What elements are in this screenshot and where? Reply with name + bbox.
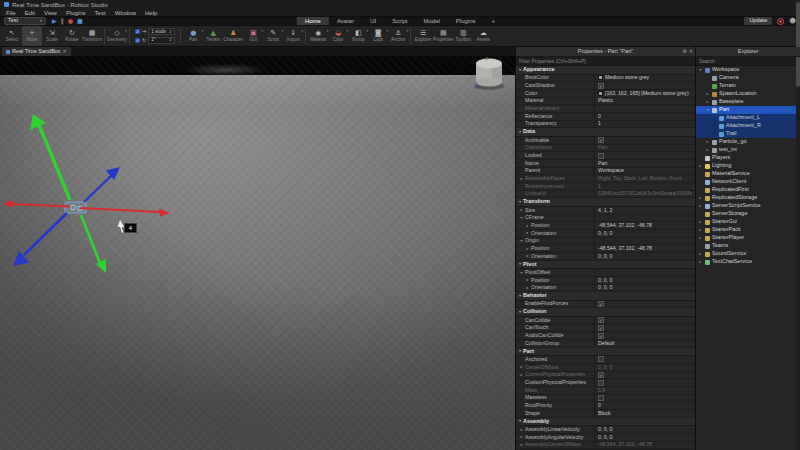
explorer-header[interactable]: Explorer (696, 47, 800, 57)
tab-model[interactable]: Model (416, 17, 448, 25)
snap-move-field[interactable]: 1 studs⇵ (148, 28, 175, 35)
tree-item-starterpack[interactable]: ▸StarterPack (696, 226, 800, 234)
checkbox[interactable]: ✓ (598, 372, 604, 378)
prop-value-cell[interactable]: -48.544, 37.102, -48.78 (594, 222, 695, 229)
terrain-button[interactable]: ▲Terrain (203, 26, 223, 46)
section-header-part[interactable]: ▾Part (516, 348, 695, 357)
tree-item-startergui[interactable]: ▸StarterGui (696, 218, 800, 226)
prop-value-cell[interactable]: 0 (594, 113, 695, 120)
caret-right-icon[interactable]: ▸ (525, 231, 530, 235)
play-button[interactable]: ▶ (52, 18, 57, 24)
snap-move-stepper[interactable]: ⇵ (169, 30, 172, 34)
checkbox[interactable]: ✓ (598, 333, 604, 339)
prop-value-cell[interactable]: 0, 0, 0 (594, 285, 695, 292)
prop-value-cell[interactable]: Right, Top, Back, Left, Bottom, Front (594, 175, 695, 182)
update-button[interactable]: Update (744, 17, 772, 26)
prop-value-cell[interactable]: 0, 0, 0 (594, 426, 695, 433)
character-button[interactable]: ♟Character (223, 26, 243, 46)
checkbox[interactable]: ✓ (598, 317, 604, 323)
prop-value-cell[interactable]: 0 (594, 402, 695, 409)
tree-item-teams[interactable]: Teams (696, 242, 800, 250)
snap-rotate-stepper[interactable]: ⇵ (169, 38, 172, 42)
prop-value-cell[interactable]: ✓ (594, 137, 695, 144)
prop-value-cell[interactable]: 5284f1ac0573f12d0b3c3b43eaaa00004c (594, 191, 695, 198)
menu-item-test[interactable]: Test (95, 10, 106, 16)
prop-value-cell[interactable] (594, 215, 695, 222)
prop-value-cell[interactable]: ✓ (594, 325, 695, 332)
prop-value-cell[interactable]: -48.544, 37.102, -48.78 (594, 245, 695, 252)
caret-down-icon[interactable]: ▾ (698, 68, 703, 72)
prop-value-cell[interactable] (594, 356, 695, 363)
prop-value-cell[interactable]: 1 (594, 121, 695, 128)
prop-value-cell[interactable]: Medium stone grey (594, 75, 695, 82)
prop-value-cell[interactable] (594, 105, 695, 112)
prop-value-cell[interactable]: ✓ (594, 372, 695, 379)
tree-item-replicatedstorage[interactable]: ▸ReplicatedStorage (696, 194, 800, 202)
transform-button[interactable]: ▦Transform (82, 26, 102, 46)
section-header-behavior[interactable]: ▾Behavior (516, 292, 695, 301)
user-account-icon[interactable]: ☻ (789, 18, 796, 25)
prop-value-cell[interactable]: Part (594, 160, 695, 167)
caret-right-icon[interactable]: ▸ (705, 148, 710, 152)
tab-item[interactable]: + (484, 17, 504, 25)
caret-right-icon[interactable]: ▸ (698, 260, 703, 264)
section-header-assembly[interactable]: ▾Assembly (516, 418, 695, 427)
tree-item-materialservice[interactable]: MaterialService (696, 170, 800, 178)
tree-item-serverscriptservice[interactable]: ▸ServerScriptService (696, 202, 800, 210)
tab-ui[interactable]: UI (362, 17, 384, 25)
caret-down-icon[interactable]: ▾ (705, 108, 710, 112)
prop-value-cell[interactable]: ✓ (594, 301, 695, 308)
prop-value-cell[interactable] (594, 269, 695, 276)
prop-value-cell[interactable]: 0, 0, 0 (594, 277, 695, 284)
toolbox-button[interactable]: ▥Toolbox (453, 26, 473, 46)
move-gizmo-y-axis[interactable] (30, 114, 106, 273)
record-indicator-icon[interactable] (777, 18, 784, 25)
checkbox[interactable] (598, 380, 604, 386)
geometry-button[interactable]: ◇Geometry▾ (107, 26, 127, 46)
prop-value-cell[interactable]: Block (594, 410, 695, 417)
tree-item-workspace[interactable]: ▾Workspace (696, 66, 800, 74)
caret-right-icon[interactable]: ▸ (698, 204, 703, 208)
checkbox[interactable] (598, 356, 604, 362)
prop-value-cell[interactable] (594, 238, 695, 245)
prop-value-cell[interactable]: 1 (594, 183, 695, 190)
section-header-appearance[interactable]: ▾Appearance (516, 66, 695, 75)
prop-value-cell[interactable]: ✓ (594, 82, 695, 89)
close-icon[interactable]: ✕ (689, 49, 693, 54)
close-icon[interactable]: ✕ (63, 49, 67, 54)
tree-item-replicatedfirst[interactable]: ReplicatedFirst (696, 186, 800, 194)
snap-rotate-field[interactable]: 1°⇵ (148, 37, 175, 44)
tab-avatar[interactable]: Avatar (329, 17, 362, 25)
prop-value-cell[interactable]: ✓ (594, 332, 695, 339)
select-button[interactable]: ↖Select (2, 26, 22, 46)
prop-value-cell[interactable]: 0, 0, 0 (594, 434, 695, 441)
prop-value-cell[interactable]: -48.544, 37.102, -48.78 (594, 442, 695, 449)
caret-right-icon[interactable]: ▸ (519, 428, 524, 432)
material-button[interactable]: ◉Material▾ (308, 26, 328, 46)
script-button[interactable]: ✎Script▾ (263, 26, 283, 46)
lock-button[interactable]: ◙Lock▾ (368, 26, 388, 46)
prop-value-cell[interactable]: ✓ (594, 317, 695, 324)
prop-value-cell[interactable]: Part (594, 145, 695, 152)
prop-value-cell[interactable]: Plastic (594, 98, 695, 105)
caret-down-icon[interactable]: ▾ (519, 239, 524, 243)
3d-viewport[interactable]: 4 (0, 57, 515, 450)
prop-value-cell[interactable]: 0, 0, 0 (594, 230, 695, 237)
prop-value-cell[interactable]: Default (594, 340, 695, 347)
tree-item-serverstorage[interactable]: ServerStorage (696, 210, 800, 218)
pause-button[interactable]: ‖ (61, 18, 64, 24)
prop-value-cell[interactable]: 5.6 (594, 387, 695, 394)
caret-right-icon[interactable]: ▸ (525, 224, 530, 228)
caret-right-icon[interactable]: ▸ (525, 254, 530, 258)
snap-move-checkbox[interactable]: ✓ (135, 29, 140, 34)
caret-right-icon[interactable]: ▸ (698, 236, 703, 240)
move-gizmo-z-axis[interactable] (13, 167, 120, 266)
cylinder-part[interactable] (474, 57, 504, 90)
properties-header[interactable]: Properties - Part "Part" ⊞ ✕ (516, 47, 695, 57)
caret-right-icon[interactable]: ▸ (519, 373, 524, 377)
tree-item-lighting[interactable]: ▸Lighting (696, 162, 800, 170)
checkbox[interactable] (598, 153, 604, 159)
color-button[interactable]: ◒Color▾ (328, 26, 348, 46)
menu-item-view[interactable]: View (44, 10, 57, 16)
section-header-pivot[interactable]: ▾Pivot (516, 261, 695, 270)
